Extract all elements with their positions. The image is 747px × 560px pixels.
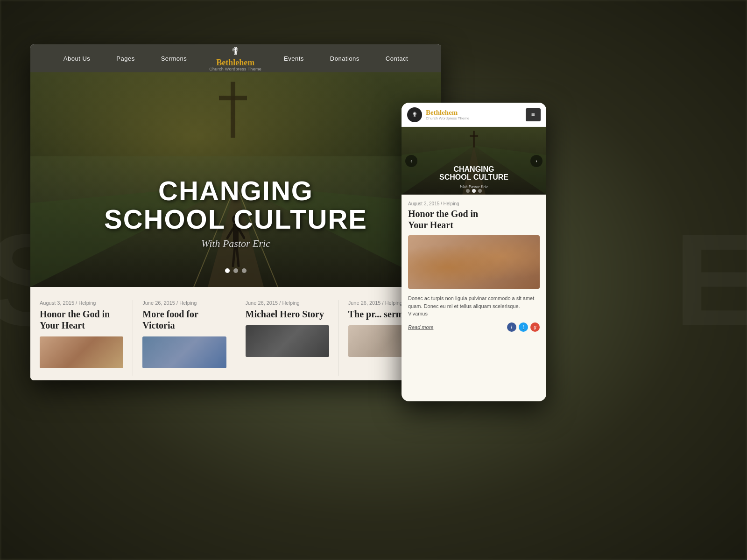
blog-card-1: August 3, 2015 / Helping Honor the God i… [30, 300, 133, 376]
blog-section: August 3, 2015 / Helping Honor the God i… [30, 287, 441, 380]
svg-rect-1 [219, 96, 247, 100]
blog-cards-container: August 3, 2015 / Helping Honor the God i… [30, 300, 441, 376]
phone-post-title-line1: Honor the God in [408, 209, 478, 219]
bg-decorative-text-right: E [674, 205, 747, 355]
phone-dot-1[interactable] [466, 189, 470, 193]
blog-card-2: June 26, 2015 / Helping More food for Vi… [133, 300, 236, 376]
blog-card-3: June 26, 2015 / Helping Michael Hero Sto… [236, 300, 339, 376]
phone-twitter-icon[interactable]: t [519, 322, 528, 332]
phone-hero-title-line2: SCHOOL CULTURE [439, 173, 508, 181]
blog-card-1-title[interactable]: Honor the God in Your Heart [40, 308, 123, 331]
phone-post-image [408, 235, 540, 289]
desktop-hero: CHANGING SCHOOL CULTURE With Pastor Eric [30, 72, 441, 287]
desktop-browser-window: About Us Pages Sermons ✟ Bethlehem Churc… [30, 44, 441, 380]
phone-read-more-link[interactable]: Read more [408, 324, 433, 330]
svg-rect-18 [473, 131, 475, 147]
blog-card-2-image [142, 336, 226, 368]
nav-item-sermons[interactable]: Sermons [148, 44, 200, 72]
blog-card-1-img-hands [40, 336, 123, 368]
phone-googleplus-icon[interactable]: g [530, 322, 540, 332]
cross-icon: ✟ [231, 45, 240, 57]
phone-dot-3[interactable] [478, 189, 482, 193]
svg-rect-0 [231, 82, 235, 138]
phone-post-title: Honor the God in Your Heart [408, 208, 540, 231]
phone-logo-area: ✟ Bethlehem Church Wordpress Theme [407, 107, 470, 122]
svg-line-12 [233, 247, 235, 266]
hero-content: CHANGING SCHOOL CULTURE With Pastor Eric [30, 177, 441, 250]
hero-title: CHANGING SCHOOL CULTURE [30, 177, 441, 234]
phone-dot-2[interactable] [472, 189, 476, 193]
hero-dot-1[interactable] [225, 268, 230, 273]
svg-rect-19 [470, 135, 478, 137]
nav-item-events[interactable]: Events [271, 44, 317, 72]
phone-social-icons: f t g [507, 322, 540, 332]
hero-title-line2: SCHOOL CULTURE [104, 204, 367, 234]
nav-item-about-us[interactable]: About Us [50, 44, 103, 72]
nav-logo-subtitle: Church Wordpress Theme [209, 67, 261, 71]
hero-dot-2[interactable] [233, 268, 238, 273]
nav-logo: ✟ Bethlehem Church Wordpress Theme [200, 45, 271, 71]
hero-cross-icon [219, 82, 247, 138]
blog-card-3-title[interactable]: Michael Hero Story [246, 308, 329, 320]
phone-nav: ✟ Bethlehem Church Wordpress Theme ≡ [402, 103, 546, 127]
phone-facebook-icon[interactable]: f [507, 322, 516, 332]
nav-items-container: About Us Pages Sermons ✟ Bethlehem Churc… [30, 44, 441, 72]
nav-item-donations[interactable]: Donations [317, 44, 373, 72]
svg-line-13 [237, 247, 239, 266]
hero-subtitle: With Pastor Eric [30, 238, 441, 250]
blog-card-3-img-book [246, 325, 329, 357]
phone-post-image-bg [408, 235, 540, 289]
phone-hero-dots [466, 189, 482, 193]
phone-post-excerpt: Donec ac turpis non ligula pulvinar comm… [408, 294, 540, 318]
phone-logo-text-group: Bethlehem Church Wordpress Theme [426, 109, 470, 120]
blog-card-2-img-city [142, 336, 226, 368]
nav-logo-text: Bethlehem [216, 58, 254, 67]
blog-card-2-title[interactable]: More food for Victoria [142, 308, 226, 331]
hero-slide-dots [225, 268, 247, 273]
mobile-phone-window: ✟ Bethlehem Church Wordpress Theme ≡ [402, 103, 546, 401]
blog-card-2-meta: June 26, 2015 / Helping [142, 300, 226, 306]
blog-card-3-image [246, 325, 329, 357]
nav-item-contact[interactable]: Contact [373, 44, 421, 72]
phone-content: August 3, 2015 / Helping Honor the God i… [402, 195, 546, 332]
blog-card-1-image [40, 336, 123, 368]
phone-hero: ‹ › CHANGING SCHOOL CULTURE With Pastor … [402, 127, 546, 195]
blog-card-1-meta: August 3, 2015 / Helping [40, 300, 123, 306]
phone-post-title-line2: Your Heart [408, 220, 453, 230]
phone-hero-title-line1: CHANGING [453, 165, 494, 173]
phone-hero-cross [470, 131, 478, 147]
phone-menu-button[interactable]: ≡ [526, 108, 541, 121]
phone-read-more-row: Read more f t g [408, 322, 540, 332]
phone-logo-subtitle: Church Wordpress Theme [426, 117, 470, 120]
blog-card-3-meta: June 26, 2015 / Helping [246, 300, 329, 306]
nav-item-pages[interactable]: Pages [103, 44, 148, 72]
phone-post-meta: August 3, 2015 / Helping [408, 201, 540, 206]
phone-cross-icon: ✟ [407, 107, 422, 122]
hero-dot-3[interactable] [242, 268, 247, 273]
phone-hero-title: CHANGING SCHOOL CULTURE [402, 165, 546, 182]
phone-logo-text: Bethlehem [426, 109, 470, 117]
hero-title-line1: CHANGING [158, 175, 313, 206]
desktop-nav: About Us Pages Sermons ✟ Bethlehem Churc… [30, 44, 441, 72]
phone-hero-subtitle: With Pastor Eric [402, 184, 546, 189]
